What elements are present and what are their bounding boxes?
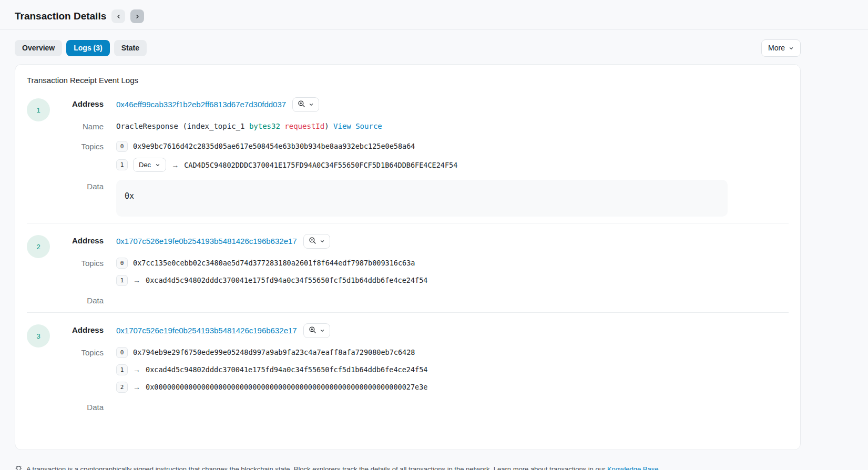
data-label: Data [62,294,104,306]
address-link[interactable]: 0x1707c526e19fe0b254193b5481426c196b632e… [116,325,297,336]
tab-state[interactable]: State [114,40,147,56]
footer-text-after: . [658,465,660,470]
data-box: 0x [116,180,728,217]
decode-dropdown[interactable]: Dec [133,158,166,172]
arrow-right-icon: → [133,383,140,391]
address-content: 0x1707c526e19fe0b254193b5481426c196b632e… [116,234,789,249]
log-entry: 3Address0x1707c526e19fe0b254193b5481426c… [27,313,789,419]
address-row: Address0x1707c526e19fe0b254193b5481426c1… [62,234,789,249]
log-entry: 2Address0x1707c526e19fe0b254193b5481426c… [27,223,789,312]
topic-row: 00x7cc135e0cebb02c3480ae5d74d377283180a2… [116,257,789,269]
address-content: 0x46eff99cab332f1b2eb2ff6813d67e7d30fdd0… [116,97,789,112]
topics-list: 00x7cc135e0cebb02c3480ae5d74d377283180a2… [116,257,789,286]
topic-value: 0x794eb9e29f6750ede99e05248d997a9ab9fa23… [133,348,415,356]
event-param-type: bytes32 [249,122,280,130]
event-logs-card: Transaction Receipt Event Logs 1Address0… [15,64,801,450]
topic-value: 0xcad4d5c94802dddc370041e175fd94a0c34f55… [146,365,427,374]
topics-label: Topics [62,257,104,269]
page-footer: A transaction is a cryptographically sig… [0,450,868,470]
topic-value: 0x00000000000000000000000000000000000000… [146,383,427,391]
topics-label: Topics [62,140,104,152]
address-row: Address0x46eff99cab332f1b2eb2ff6813d67e7… [62,97,789,112]
event-param-name: requestId [284,122,324,130]
topic-index-badge: 0 [116,258,128,269]
log-badge-column: 2 [27,234,62,306]
content-column: Overview Logs (3) State More Transaction… [15,39,801,450]
name-content: OracleResponse (index_topic_1 bytes32 re… [116,120,789,132]
arrow-right-icon: → [133,366,140,373]
log-entry: 1Address0x46eff99cab332f1b2eb2ff6813d67e… [27,87,789,223]
event-signature: OracleResponse (index_topic_1 bytes32 re… [116,122,333,130]
topic-value: 0x9e9bc7616d42c2835d05ae617e508454e63b30… [133,142,415,150]
chevron-down-icon [320,328,325,333]
topic-index-badge: 1 [116,275,128,286]
topics-label: Topics [62,346,104,358]
knowledge-base-link[interactable]: Knowledge Base [607,465,659,470]
magnifier-plus-icon [309,237,316,246]
magnifier-plus-icon [309,326,316,335]
data-row: Data [62,401,789,413]
event-signature-close: ) [324,122,333,130]
data-row: Data [62,294,789,306]
address-label: Address [62,97,104,109]
name-row: NameOracleResponse (index_topic_1 bytes3… [62,120,789,132]
arrow-right-icon: → [171,161,179,169]
address-row: Address0x1707c526e19fe0b254193b5481426c1… [62,323,789,338]
topic-index-badge: 0 [116,347,128,358]
topics-list: 00x794eb9e29f6750ede99e05248d997a9ab9fa2… [116,346,789,393]
address-link[interactable]: 0x1707c526e19fe0b254193b5481426c196b632e… [116,236,297,247]
topic-row: 1→0xcad4d5c94802dddc370041e175fd94a0c34f… [116,364,789,375]
topic-index-badge: 0 [116,141,128,152]
data-label: Data [62,180,104,192]
topic-index-badge: 2 [116,382,128,393]
prev-transaction-button[interactable] [111,9,125,23]
address-label: Address [62,234,104,246]
chevron-left-icon [116,14,121,19]
log-index-badge: 1 [27,98,50,121]
page: Transaction Details Overview Logs (3) St… [0,0,868,470]
address-label: Address [62,323,104,335]
chevron-down-icon [309,102,314,107]
data-label: Data [62,401,104,413]
topics-row: Topics00x7cc135e0cebb02c3480ae5d74d37728… [62,257,789,286]
lightbulb-icon [15,465,23,470]
view-source-link[interactable]: View Source [333,122,382,130]
next-transaction-button[interactable] [130,9,144,23]
topic-index-badge: 1 [116,159,128,170]
chevron-down-icon [155,162,160,168]
footer-text-before: A transaction is a cryptographically sig… [26,465,607,470]
page-title: Transaction Details [15,11,106,22]
zoom-address-button[interactable] [292,97,319,112]
zoom-address-button[interactable] [303,323,330,338]
log-rows: Address0x1707c526e19fe0b254193b5481426c1… [62,234,789,306]
topic-row: 1Dec→CAD4D5C94802DDDC370041E175FD94A0C34… [116,158,789,172]
tab-logs[interactable]: Logs (3) [66,40,109,56]
chevron-right-icon [135,14,140,19]
chevron-down-icon [320,239,325,244]
tab-overview[interactable]: Overview [15,40,62,56]
topic-row: 00x794eb9e29f6750ede99e05248d997a9ab9fa2… [116,346,789,358]
page-header: Transaction Details [0,7,868,29]
address-content: 0x1707c526e19fe0b254193b5481426c196b632e… [116,323,789,338]
arrow-right-icon: → [133,277,140,284]
footer-text: A transaction is a cryptographically sig… [26,465,660,470]
address-link[interactable]: 0x46eff99cab332f1b2eb2ff6813d67e7d30fdd0… [116,99,286,110]
log-badge-column: 1 [27,97,62,217]
logs-list: 1Address0x46eff99cab332f1b2eb2ff6813d67e… [27,87,789,419]
more-button-label: More [768,44,785,53]
log-index-badge: 2 [27,235,50,258]
decode-dropdown-label: Dec [139,161,151,169]
topic-value: 0xcad4d5c94802dddc370041e175fd94a0c34f55… [146,276,427,284]
topic-row: 2→0x000000000000000000000000000000000000… [116,381,789,393]
topic-row: 00x9e9bc7616d42c2835d05ae617e508454e63b3… [116,140,789,152]
topic-value: 0x7cc135e0cebb02c3480ae5d74d377283180a26… [133,259,415,267]
card-heading: Transaction Receipt Event Logs [27,76,789,85]
log-rows: Address0x1707c526e19fe0b254193b5481426c1… [62,323,789,413]
topics-row: Topics00x794eb9e29f6750ede99e05248d997a9… [62,346,789,393]
event-name-text: OracleResponse (index_topic_1 [116,122,249,130]
more-button[interactable]: More [761,39,801,57]
tabs-row: Overview Logs (3) State More [15,39,801,57]
chevron-down-icon [789,46,794,51]
topic-index-badge: 1 [116,364,128,375]
zoom-address-button[interactable] [303,234,330,249]
